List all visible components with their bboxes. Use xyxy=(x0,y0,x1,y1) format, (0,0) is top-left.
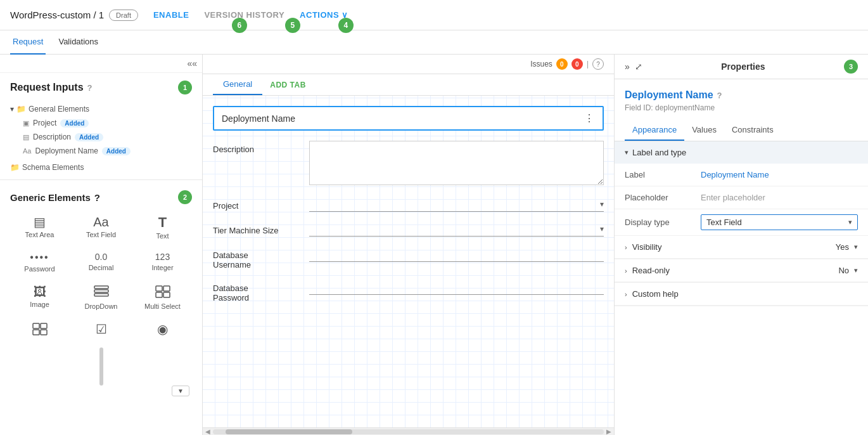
element-password[interactable]: •••• Password xyxy=(10,247,69,278)
three-dots-menu[interactable]: ⋮ xyxy=(584,112,595,124)
integer-icon: 123 xyxy=(155,252,170,261)
element-text-area[interactable]: ▤ Text Area xyxy=(10,211,69,245)
version-history-button[interactable]: VERSION HISTORY xyxy=(204,10,284,20)
element-radio[interactable]: ◉ xyxy=(133,318,192,345)
display-type-value: Text Field xyxy=(706,218,742,227)
unknown1-icon xyxy=(32,323,48,337)
placeholder-prop-name: Placeholder xyxy=(625,193,701,202)
svg-rect-7 xyxy=(33,323,39,328)
request-inputs-title: Request Inputs ? 1 xyxy=(10,81,192,94)
right-panel: » ⤢ Properties 3 Deployment Name ? Field… xyxy=(615,55,868,435)
tree-item-deployment-name[interactable]: Aa Deployment Name Added xyxy=(5,144,197,158)
text-field-icon: Aa xyxy=(93,216,108,228)
right-tab-values[interactable]: Values xyxy=(684,120,724,141)
panel-expand-button[interactable]: » xyxy=(625,62,630,72)
label-prop-name: Label xyxy=(625,170,701,179)
multi-select-icon xyxy=(155,285,170,300)
right-tab-constraints[interactable]: Constraints xyxy=(724,120,781,141)
deployment-name-help-icon[interactable]: ? xyxy=(717,91,722,100)
tree-item-description[interactable]: ▤ Description Added xyxy=(5,130,197,144)
panel-popout-button[interactable]: ⤢ xyxy=(635,62,642,72)
deployment-name-field[interactable]: Deployment Name ⋮ xyxy=(213,106,604,131)
sub-nav: Request Validations xyxy=(0,30,868,55)
element-decimal[interactable]: 0.0 Decimal xyxy=(72,247,131,278)
tab-validations[interactable]: Validations xyxy=(56,30,101,55)
readonly-expand-icon: › xyxy=(625,267,627,275)
center-tabs-row: General ADD TAB xyxy=(203,74,614,96)
svg-rect-2 xyxy=(94,294,108,296)
description-icon: ▤ xyxy=(23,133,29,141)
element-text[interactable]: T Text xyxy=(133,211,192,245)
placeholder-prop-row: Placeholder Enter placeholder xyxy=(615,186,868,209)
badge-1: 1 xyxy=(178,81,192,94)
form-field-db-password: DatabasePassword xyxy=(213,280,604,302)
project-icon: ▣ xyxy=(23,119,29,127)
actions-button[interactable]: ACTIONS ∨ xyxy=(300,10,348,20)
display-type-name: Display type xyxy=(625,218,701,227)
element-dropdown[interactable]: DropDown xyxy=(72,280,131,315)
generic-elements-title: Generic Elements ? 2 xyxy=(10,190,192,204)
request-inputs-help-icon[interactable]: ? xyxy=(87,83,93,93)
top-bar-actions: ENABLE VERSION HISTORY ACTIONS ∨ xyxy=(153,10,348,20)
tier-machine-chevron-icon: ▾ xyxy=(600,224,604,233)
chevron-down-icon: ▾ xyxy=(10,105,14,114)
db-username-control xyxy=(309,247,604,262)
enable-button[interactable]: ENABLE xyxy=(153,10,189,20)
tree-item-project[interactable]: ▣ Project Added xyxy=(5,116,197,130)
db-username-input[interactable] xyxy=(309,247,604,262)
visibility-expand[interactable]: › Visibility Yes ▾ xyxy=(615,236,868,259)
description-textarea[interactable] xyxy=(309,141,604,185)
text-icon: T xyxy=(158,216,167,230)
tab-request[interactable]: Request xyxy=(10,30,46,55)
element-unknown1[interactable] xyxy=(10,318,69,345)
display-type-chevron-icon: ▾ xyxy=(848,218,852,226)
center-tab-general[interactable]: General xyxy=(213,74,262,95)
label-and-type-section[interactable]: ▾ Label and type xyxy=(615,141,868,164)
element-image[interactable]: 🖼 Image xyxy=(10,280,69,315)
tier-machine-size-select[interactable]: ▾ xyxy=(309,222,604,237)
element-multi-select[interactable]: Multi Select xyxy=(133,280,192,315)
form-field-db-username: DatabaseUsername xyxy=(213,247,604,269)
schema-elements-header[interactable]: 📁 Schema Elements xyxy=(5,160,197,174)
issues-help-icon[interactable]: ? xyxy=(592,58,604,70)
scroll-down-button[interactable]: ▼ xyxy=(172,386,189,396)
properties-title: Properties xyxy=(721,62,765,72)
add-tab-button[interactable]: ADD TAB xyxy=(262,75,314,94)
tier-machine-size-label: Tier Machine Size xyxy=(213,222,302,235)
right-panel-header: » ⤢ Properties 3 xyxy=(615,55,868,79)
element-checkbox[interactable]: ☑ xyxy=(72,318,131,345)
page-title: WordPress-custom / 1 Draft xyxy=(10,10,138,21)
section-chevron-icon: ▾ xyxy=(625,148,629,157)
general-elements-group: ▾ 📁 General Elements ▣ Project Added ▤ D… xyxy=(5,102,197,158)
center-toolbar: Issues 0 0 | ? xyxy=(203,55,614,74)
db-password-input[interactable] xyxy=(309,280,604,295)
svg-rect-1 xyxy=(94,290,108,292)
scroll-thumb xyxy=(226,429,352,434)
display-type-select[interactable]: Text Field ▾ xyxy=(701,214,858,230)
generic-elements-section: Generic Elements ? 2 ▤ Text Area Aa Text… xyxy=(0,185,202,435)
title-text: WordPress-custom / 1 xyxy=(10,10,104,20)
folder-icon: 📁 xyxy=(16,105,26,114)
form-field-tier-machine-size: Tier Machine Size ▾ xyxy=(213,222,604,237)
text-area-icon: ▤ xyxy=(34,216,46,228)
left-panel: «« Request Inputs ? 1 ▾ 📁 General Elemen… xyxy=(0,55,203,435)
scroll-track xyxy=(213,429,604,434)
bottom-scrollbar[interactable]: ◀ ▶ xyxy=(203,427,614,435)
label-prop-value: Deployment Name xyxy=(701,170,858,179)
element-text-field[interactable]: Aa Text Field xyxy=(72,211,131,245)
general-elements-header[interactable]: ▾ 📁 General Elements xyxy=(5,102,197,116)
element-integer[interactable]: 123 Integer xyxy=(133,247,192,278)
right-tabs: Appearance Values Constraints xyxy=(615,120,868,141)
visibility-chevron-icon: ▾ xyxy=(854,243,858,251)
custom-help-expand[interactable]: › Custom help xyxy=(615,283,868,306)
visibility-expand-icon: › xyxy=(625,243,627,251)
right-tab-appearance[interactable]: Appearance xyxy=(625,120,684,141)
elements-grid: ▤ Text Area Aa Text Field T Text •••• Pa… xyxy=(10,211,192,345)
project-select[interactable]: ▾ xyxy=(309,197,604,212)
issue-dot-red: 0 xyxy=(571,58,583,70)
generic-elements-help-icon[interactable]: ? xyxy=(94,192,100,203)
collapse-button[interactable]: «« xyxy=(187,58,197,68)
readonly-expand[interactable]: › Read-only No ▾ xyxy=(615,259,868,282)
placeholder-prop-value[interactable]: Enter placeholder xyxy=(701,193,858,202)
password-icon: •••• xyxy=(30,252,49,263)
